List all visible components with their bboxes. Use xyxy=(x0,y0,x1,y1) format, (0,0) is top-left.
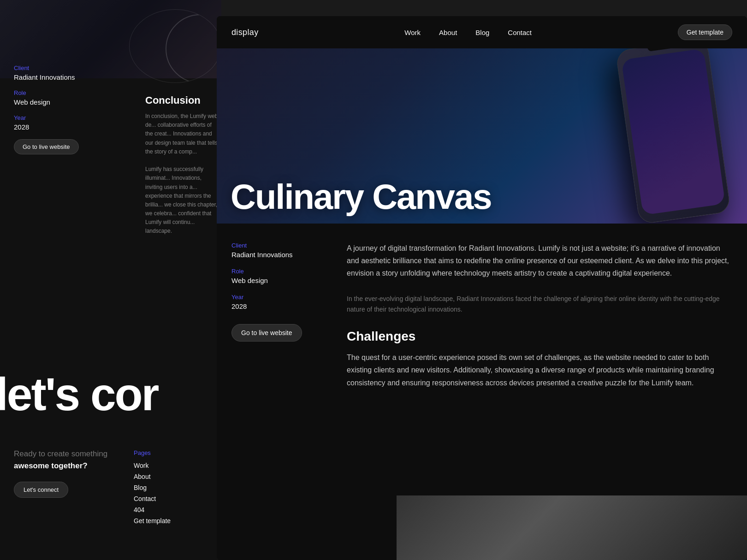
hero-title: Culinary Canvas xyxy=(231,179,492,214)
footer-tagline: Ready to create something xyxy=(14,449,115,459)
sidebar-year-label: Year xyxy=(231,294,324,301)
conclusion-title: Conclusion xyxy=(145,94,219,106)
lets-connect-button[interactable]: Let's connect xyxy=(14,482,68,498)
hero-section: Culinary Canvas xyxy=(217,48,747,224)
footer-tagline-bold: awesome together? xyxy=(14,461,115,471)
website-nav: display Work About Blog Contact Get temp… xyxy=(217,16,747,48)
nav-link-about[interactable]: About xyxy=(439,29,457,36)
nav-get-template-button[interactable]: Get template xyxy=(678,24,732,40)
phone-screen xyxy=(621,48,725,215)
challenges-title: Challenges xyxy=(347,329,732,344)
hero-phone-mockup xyxy=(581,48,747,224)
nav-logo: display xyxy=(231,28,259,37)
go-to-live-button-right[interactable]: Go to live website xyxy=(231,324,302,342)
sidebar-role-value: Web design xyxy=(231,277,324,284)
phone-body xyxy=(616,48,731,224)
sidebar-year-value: 2028 xyxy=(231,302,324,310)
footer-nav-404[interactable]: 404 xyxy=(134,506,208,513)
bottom-image-strip xyxy=(397,495,747,560)
challenges-text: The quest for a user-centric experience … xyxy=(347,351,732,389)
nav-link-blog[interactable]: Blog xyxy=(475,29,489,36)
svg-rect-4 xyxy=(397,495,747,560)
footer-left: Ready to create something awesome togeth… xyxy=(14,449,115,542)
footer-nav-blog[interactable]: Blog xyxy=(134,484,208,491)
footer-nav-work[interactable]: Work xyxy=(134,462,208,469)
conclusion-text: In conclusion, the Lumify web de... coll… xyxy=(145,112,219,236)
client-label: Client xyxy=(14,65,208,71)
left-panel: Client Radiant Innovations Role Web desi… xyxy=(0,0,221,560)
pages-label: Pages xyxy=(134,449,208,456)
footer-nav: Pages Work About Blog Contact 404 Get te… xyxy=(134,449,208,542)
right-panel-website-preview: display Work About Blog Contact Get temp… xyxy=(217,16,747,560)
hero-background: Culinary Canvas xyxy=(217,48,747,224)
client-value: Radiant Innovations xyxy=(14,73,208,81)
footer-nav-contact[interactable]: Contact xyxy=(134,495,208,502)
svg-rect-0 xyxy=(397,495,747,560)
main-description: A journey of digital transformation for … xyxy=(347,242,732,403)
sidebar-role-label: Role xyxy=(231,268,324,275)
footer-nav-get-template[interactable]: Get template xyxy=(134,517,208,525)
nav-link-work[interactable]: Work xyxy=(404,29,421,36)
nav-links: Work About Blog Contact xyxy=(404,29,532,36)
content-area: Client Radiant Innovations Role Web desi… xyxy=(217,224,747,421)
footer-section: Ready to create something awesome togeth… xyxy=(0,431,221,560)
footer-nav-about[interactable]: About xyxy=(134,473,208,480)
go-to-live-button-left[interactable]: Go to live website xyxy=(14,139,79,154)
description-text: A journey of digital transformation for … xyxy=(347,242,732,280)
bottom-image-svg xyxy=(397,495,747,560)
conclusion-section: Conclusion In conclusion, the Lumify web… xyxy=(136,85,228,245)
sidebar-client-label: Client xyxy=(231,242,324,249)
nav-link-contact[interactable]: Contact xyxy=(508,29,532,36)
big-text-decoration: let's cor xyxy=(0,371,158,417)
sidebar-client-value: Radiant Innovations xyxy=(231,251,324,259)
challenge-intro-text: In the ever-evolving digital landscape, … xyxy=(347,294,732,316)
sidebar-case-info: Client Radiant Innovations Role Web desi… xyxy=(231,242,324,403)
phone-notch xyxy=(647,48,676,52)
